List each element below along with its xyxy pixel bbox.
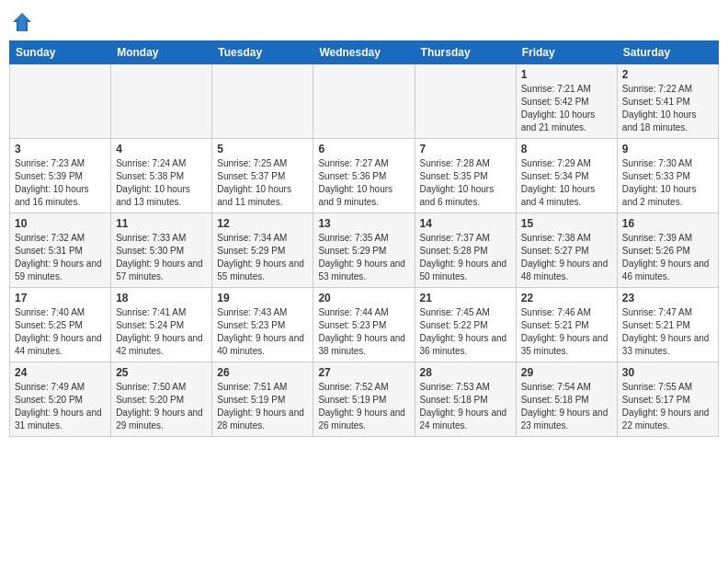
day-info: Sunrise: 7:51 AM Sunset: 5:19 PM Dayligh… <box>217 381 308 432</box>
day-info: Sunrise: 7:32 AM Sunset: 5:31 PM Dayligh… <box>15 232 106 283</box>
day-info: Sunrise: 7:29 AM Sunset: 5:34 PM Dayligh… <box>521 157 612 209</box>
day-number: 24 <box>15 366 106 379</box>
day-info: Sunrise: 7:53 AM Sunset: 5:18 PM Dayligh… <box>420 381 511 432</box>
calendar-cell: 2Sunrise: 7:22 AM Sunset: 5:41 PM Daylig… <box>617 64 718 139</box>
day-number: 8 <box>521 143 612 155</box>
calendar-cell: 4Sunrise: 7:24 AM Sunset: 5:38 PM Daylig… <box>111 139 212 213</box>
calendar-cell: 9Sunrise: 7:30 AM Sunset: 5:33 PM Daylig… <box>617 139 718 213</box>
day-number: 15 <box>521 217 612 230</box>
day-info: Sunrise: 7:41 AM Sunset: 5:24 PM Dayligh… <box>116 306 207 358</box>
calendar-week-row: 3Sunrise: 7:23 AM Sunset: 5:39 PM Daylig… <box>10 139 719 213</box>
day-info: Sunrise: 7:54 AM Sunset: 5:18 PM Dayligh… <box>521 381 612 432</box>
calendar-cell: 8Sunrise: 7:29 AM Sunset: 5:34 PM Daylig… <box>516 139 617 213</box>
calendar-cell: 30Sunrise: 7:55 AM Sunset: 5:17 PM Dayli… <box>617 362 718 437</box>
day-info: Sunrise: 7:49 AM Sunset: 5:20 PM Dayligh… <box>15 381 106 432</box>
day-number: 6 <box>318 143 409 155</box>
day-info: Sunrise: 7:25 AM Sunset: 5:37 PM Dayligh… <box>217 157 308 209</box>
day-info: Sunrise: 7:39 AM Sunset: 5:26 PM Dayligh… <box>622 232 713 283</box>
calendar-cell: 1Sunrise: 7:21 AM Sunset: 5:42 PM Daylig… <box>516 64 617 139</box>
day-number: 16 <box>622 217 713 230</box>
calendar-cell: 21Sunrise: 7:45 AM Sunset: 5:22 PM Dayli… <box>415 288 516 362</box>
day-info: Sunrise: 7:44 AM Sunset: 5:23 PM Dayligh… <box>318 306 409 358</box>
day-number: 2 <box>622 68 713 81</box>
day-number: 12 <box>217 217 308 230</box>
day-number: 27 <box>318 366 409 379</box>
day-number: 10 <box>15 217 106 230</box>
calendar-cell <box>212 64 313 139</box>
calendar-table: SundayMondayTuesdayWednesdayThursdayFrid… <box>9 40 719 437</box>
day-info: Sunrise: 7:46 AM Sunset: 5:21 PM Dayligh… <box>521 306 612 358</box>
calendar-cell <box>111 64 212 139</box>
day-number: 9 <box>622 143 713 155</box>
calendar-cell: 26Sunrise: 7:51 AM Sunset: 5:19 PM Dayli… <box>212 362 313 437</box>
calendar-cell: 13Sunrise: 7:35 AM Sunset: 5:29 PM Dayli… <box>313 213 415 288</box>
day-of-week-header: Saturday <box>617 41 718 64</box>
calendar-cell: 16Sunrise: 7:39 AM Sunset: 5:26 PM Dayli… <box>617 213 718 288</box>
day-info: Sunrise: 7:45 AM Sunset: 5:22 PM Dayligh… <box>420 306 511 358</box>
day-info: Sunrise: 7:24 AM Sunset: 5:38 PM Dayligh… <box>116 157 207 209</box>
calendar-cell: 14Sunrise: 7:37 AM Sunset: 5:28 PM Dayli… <box>415 213 516 288</box>
calendar-cell <box>415 64 516 139</box>
day-number: 21 <box>420 292 511 304</box>
day-number: 7 <box>420 143 511 155</box>
day-info: Sunrise: 7:40 AM Sunset: 5:25 PM Dayligh… <box>15 306 106 358</box>
calendar-cell: 11Sunrise: 7:33 AM Sunset: 5:30 PM Dayli… <box>111 213 212 288</box>
day-number: 22 <box>521 292 612 304</box>
calendar-cell: 19Sunrise: 7:43 AM Sunset: 5:23 PM Dayli… <box>212 288 313 362</box>
calendar-cell: 20Sunrise: 7:44 AM Sunset: 5:23 PM Dayli… <box>313 288 415 362</box>
day-number: 18 <box>116 292 207 304</box>
calendar-cell: 10Sunrise: 7:32 AM Sunset: 5:31 PM Dayli… <box>10 213 111 288</box>
calendar-header-row: SundayMondayTuesdayWednesdayThursdayFrid… <box>10 41 719 64</box>
day-info: Sunrise: 7:55 AM Sunset: 5:17 PM Dayligh… <box>622 381 713 432</box>
day-info: Sunrise: 7:52 AM Sunset: 5:19 PM Dayligh… <box>318 381 409 432</box>
calendar-week-row: 17Sunrise: 7:40 AM Sunset: 5:25 PM Dayli… <box>10 288 719 362</box>
day-number: 1 <box>521 68 612 81</box>
day-number: 26 <box>217 366 308 379</box>
day-number: 14 <box>420 217 511 230</box>
calendar-week-row: 1Sunrise: 7:21 AM Sunset: 5:42 PM Daylig… <box>10 64 719 139</box>
day-number: 17 <box>15 292 106 304</box>
calendar-cell: 24Sunrise: 7:49 AM Sunset: 5:20 PM Dayli… <box>10 362 111 437</box>
calendar-cell: 17Sunrise: 7:40 AM Sunset: 5:25 PM Dayli… <box>10 288 111 362</box>
calendar-cell <box>10 64 111 139</box>
day-number: 19 <box>217 292 308 304</box>
calendar-cell: 12Sunrise: 7:34 AM Sunset: 5:29 PM Dayli… <box>212 213 313 288</box>
page-header <box>9 9 719 35</box>
day-info: Sunrise: 7:28 AM Sunset: 5:35 PM Dayligh… <box>420 157 511 209</box>
calendar-cell: 5Sunrise: 7:25 AM Sunset: 5:37 PM Daylig… <box>212 139 313 213</box>
day-info: Sunrise: 7:47 AM Sunset: 5:21 PM Dayligh… <box>622 306 713 358</box>
day-number: 23 <box>622 292 713 304</box>
day-of-week-header: Friday <box>516 41 617 64</box>
day-number: 28 <box>420 366 511 379</box>
calendar-cell: 28Sunrise: 7:53 AM Sunset: 5:18 PM Dayli… <box>415 362 516 437</box>
day-number: 30 <box>622 366 713 379</box>
calendar-cell <box>313 64 415 139</box>
day-info: Sunrise: 7:21 AM Sunset: 5:42 PM Dayligh… <box>521 83 612 134</box>
day-info: Sunrise: 7:30 AM Sunset: 5:33 PM Dayligh… <box>622 157 713 209</box>
day-of-week-header: Tuesday <box>212 41 313 64</box>
day-number: 4 <box>116 143 207 155</box>
day-of-week-header: Wednesday <box>313 41 415 64</box>
day-number: 25 <box>116 366 207 379</box>
calendar-week-row: 10Sunrise: 7:32 AM Sunset: 5:31 PM Dayli… <box>10 213 719 288</box>
day-info: Sunrise: 7:22 AM Sunset: 5:41 PM Dayligh… <box>622 83 713 134</box>
day-info: Sunrise: 7:37 AM Sunset: 5:28 PM Dayligh… <box>420 232 511 283</box>
day-info: Sunrise: 7:50 AM Sunset: 5:20 PM Dayligh… <box>116 381 207 432</box>
calendar-cell: 29Sunrise: 7:54 AM Sunset: 5:18 PM Dayli… <box>516 362 617 437</box>
day-info: Sunrise: 7:35 AM Sunset: 5:29 PM Dayligh… <box>318 232 409 283</box>
day-number: 13 <box>318 217 409 230</box>
calendar-cell: 6Sunrise: 7:27 AM Sunset: 5:36 PM Daylig… <box>313 139 415 213</box>
logo <box>9 9 39 35</box>
day-number: 3 <box>15 143 106 155</box>
day-of-week-header: Sunday <box>10 41 111 64</box>
day-number: 29 <box>521 366 612 379</box>
day-of-week-header: Thursday <box>415 41 516 64</box>
day-number: 20 <box>318 292 409 304</box>
calendar-cell: 25Sunrise: 7:50 AM Sunset: 5:20 PM Dayli… <box>111 362 212 437</box>
logo-icon <box>9 9 35 35</box>
calendar-cell: 3Sunrise: 7:23 AM Sunset: 5:39 PM Daylig… <box>10 139 111 213</box>
calendar-cell: 23Sunrise: 7:47 AM Sunset: 5:21 PM Dayli… <box>617 288 718 362</box>
calendar-week-row: 24Sunrise: 7:49 AM Sunset: 5:20 PM Dayli… <box>10 362 719 437</box>
calendar-cell: 27Sunrise: 7:52 AM Sunset: 5:19 PM Dayli… <box>313 362 415 437</box>
calendar-cell: 7Sunrise: 7:28 AM Sunset: 5:35 PM Daylig… <box>415 139 516 213</box>
